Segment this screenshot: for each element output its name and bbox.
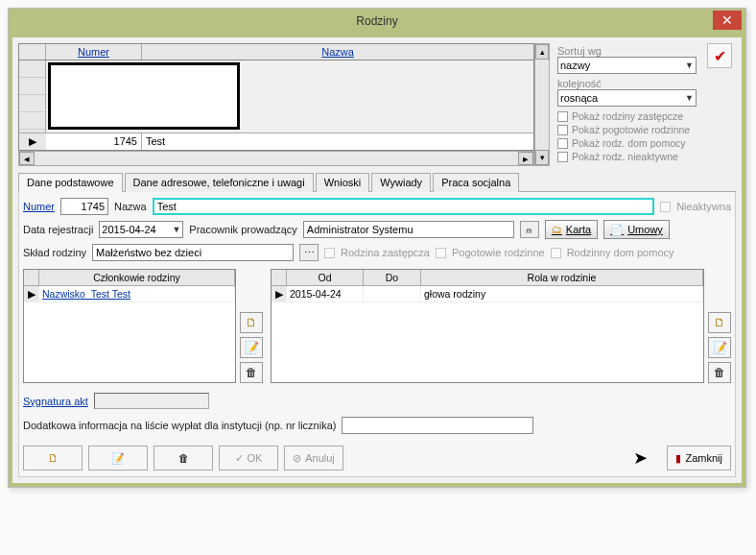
trash-icon: 🗑 <box>714 366 725 379</box>
role-edit-button[interactable]: 📝 <box>708 337 731 358</box>
member-edit-button[interactable]: 📝 <box>240 337 263 358</box>
scroll-up-icon[interactable]: ▴ <box>535 44 549 60</box>
scroll-right-icon[interactable]: ▸ <box>518 152 533 165</box>
rodz-zast-label: Rodzina zastępcza <box>341 247 430 258</box>
role-row[interactable]: ▶ 2015-04-24 głowa rodziny <box>272 286 703 302</box>
sort-panel: Sortuj wg nazwy ▼ kolejność rosnąca ▼ Po… <box>555 43 701 166</box>
sygnatura-label[interactable]: Sygnatura akt <box>23 396 88 407</box>
tab-dane-podstawowe[interactable]: Dane podstawowe <box>18 173 123 192</box>
titlebar: Rodziny ✕ <box>9 9 745 34</box>
members-header[interactable]: Członkowie rodziny <box>39 270 235 285</box>
tab-praca-socjalna[interactable]: Praca socjalna <box>433 173 519 192</box>
member-row[interactable]: ▶ Nazwisko_Test Test <box>24 286 235 302</box>
chevron-down-icon: ▼ <box>685 60 694 70</box>
grid-hscroll[interactable]: ◂ ▸ <box>18 151 534 166</box>
karta-button[interactable]: 🗂Karta <box>545 220 598 239</box>
member-new-button[interactable]: 🗋 <box>240 312 263 333</box>
toolbar-new-button[interactable]: 🗋 <box>23 446 83 471</box>
cancel-icon: ⊘ <box>293 452 301 465</box>
col-rola[interactable]: Rola w rodzinie <box>421 270 703 285</box>
sort-by-combo[interactable]: nazwy ▼ <box>557 57 697 74</box>
dodatkowa-label: Dodatkowa informacja na liście wypłat dl… <box>23 420 336 431</box>
role-delete-button[interactable]: 🗑 <box>708 362 731 383</box>
pogotowie-label: Pogotowie rodzinne <box>452 247 545 258</box>
toolbar-delete-button[interactable]: 🗑 <box>154 446 213 471</box>
table-row[interactable]: 1745 Test <box>46 133 533 150</box>
edit-icon: 📝 <box>713 341 727 354</box>
tab-wnioski[interactable]: Wnioski <box>316 173 370 192</box>
roles-grid: Od Do Rola w rodzinie ▶ 2015-04-24 głowa… <box>271 269 704 383</box>
sklad-lookup-button[interactable]: ⋯ <box>299 244 319 261</box>
close-button[interactable]: ✕ <box>713 11 742 30</box>
anuluj-button[interactable]: ⊘Anuluj <box>284 446 343 471</box>
tab-bar: Dane podstawowe Dane adresowe, telefonic… <box>18 172 736 192</box>
new-doc-icon: 🗋 <box>714 316 725 329</box>
members-side-buttons: 🗋 📝 🗑 <box>240 269 263 383</box>
members-grid: Członkowie rodziny ▶ Nazwisko_Test Test <box>23 269 236 383</box>
cursor-icon: ➤ <box>633 447 648 469</box>
sort-order-combo[interactable]: rosnąca ▼ <box>557 89 697 107</box>
apply-button[interactable]: ✔ <box>707 43 732 68</box>
sort-order-value: rosnąca <box>560 92 598 104</box>
data-rej-label: Data rejestracji <box>23 224 93 235</box>
col-do[interactable]: Do <box>364 270 421 285</box>
rodz-dom-checkbox <box>551 248 561 258</box>
row-pointer: ▶ <box>272 286 287 302</box>
checkbox-icon <box>557 111 568 122</box>
tab-wywiady[interactable]: Wywiady <box>371 173 431 192</box>
content-area: Numer Nazwa ▶ 1745 Test <box>12 37 742 483</box>
sklad-input[interactable]: Małżeństwo bez dzieci <box>92 244 294 261</box>
filter-pogotowie[interactable]: Pokaż pogotowie rodzinne <box>557 124 699 135</box>
role-do <box>364 286 421 302</box>
window-rodziny: Rodziny ✕ Numer Nazwa <box>8 8 746 488</box>
search-icon: ⋯ <box>304 247 315 259</box>
col-header-nazwa[interactable]: Nazwa <box>142 44 533 60</box>
edit-icon: 📝 <box>245 341 259 354</box>
rodz-zast-checkbox <box>324 248 335 258</box>
data-rej-combo[interactable]: 2015-04-24 ▼ <box>99 221 183 238</box>
toolbar-edit-button[interactable]: 📝 <box>88 446 148 471</box>
role-od: 2015-04-24 <box>287 286 364 302</box>
checkbox-icon <box>557 125 568 135</box>
umowy-button[interactable]: 📄Umowy <box>603 220 670 239</box>
trash-icon: 🗑 <box>178 452 189 464</box>
door-icon: ▮ <box>675 452 681 465</box>
form-panel: Numer 1745 Nazwa Test Nieaktywna Data re… <box>18 192 736 477</box>
card-icon: 🗂 <box>552 224 562 235</box>
role-rola: głowa rodziny <box>421 286 703 302</box>
scroll-left-icon[interactable]: ◂ <box>19 152 35 165</box>
row-pointer: ▶ <box>19 133 46 150</box>
trash-icon: 🗑 <box>246 366 257 379</box>
sygnatura-value <box>94 393 209 409</box>
dodatkowa-input[interactable] <box>342 417 533 434</box>
member-name[interactable]: Nazwisko_Test Test <box>39 286 235 302</box>
tab-dane-adresowe[interactable]: Dane adresowe, telefoniczne i uwagi <box>125 173 314 192</box>
member-delete-button[interactable]: 🗑 <box>240 362 263 383</box>
cell-nazwa: Test <box>142 133 533 150</box>
filter-zastepcze[interactable]: Pokaż rodziny zastępcze <box>557 110 699 122</box>
bottom-toolbar: 🗋 📝 🗑 ✓OK ⊘Anuluj ➤ ▮Zamknij <box>23 442 731 471</box>
order-label: kolejność <box>557 78 699 89</box>
role-new-button[interactable]: 🗋 <box>708 312 731 333</box>
new-doc-icon: 🗋 <box>246 316 257 329</box>
pracownik-input[interactable]: Administrator Systemu <box>303 221 514 238</box>
grid-selected-cell[interactable] <box>48 62 240 130</box>
col-od[interactable]: Od <box>287 270 364 285</box>
person-icon: ⍝ <box>526 224 532 235</box>
zamknij-button[interactable]: ▮Zamknij <box>667 446 731 471</box>
nazwa-input[interactable]: Test <box>153 198 655 215</box>
filter-nieaktywne[interactable]: Pokaż rodz. nieaktywne <box>557 151 699 162</box>
ok-button[interactable]: ✓OK <box>219 446 278 471</box>
numer-label[interactable]: Numer <box>23 201 55 212</box>
grid-vscroll[interactable]: ▴ ▾ <box>534 43 550 166</box>
main-grid: Numer Nazwa ▶ 1745 Test <box>18 43 550 166</box>
nieaktywna-label: Nieaktywna <box>676 201 731 212</box>
col-header-numer[interactable]: Numer <box>46 44 142 60</box>
pracownik-lookup-button[interactable]: ⍝ <box>520 221 539 238</box>
chevron-down-icon: ▼ <box>685 93 694 103</box>
rodz-dom-label: Rodzinny dom pomocy <box>567 247 674 258</box>
scroll-down-icon[interactable]: ▾ <box>535 150 549 165</box>
roles-side-buttons: 🗋 📝 🗑 <box>708 269 731 383</box>
numer-input[interactable]: 1745 <box>60 198 108 215</box>
filter-dom-pomocy[interactable]: Pokaż rodz. dom pomocy <box>557 137 699 149</box>
